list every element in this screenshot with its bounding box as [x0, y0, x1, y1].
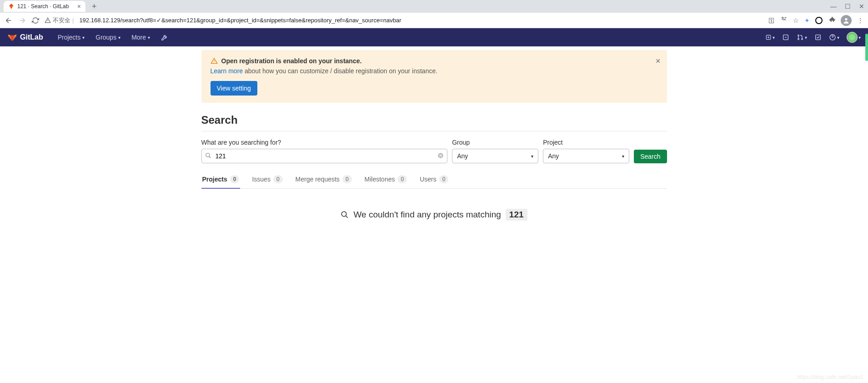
chevron-down-icon: ▾ — [82, 35, 85, 40]
count-badge: 0 — [273, 175, 283, 183]
svg-point-8 — [206, 153, 209, 156]
url-text[interactable]: 192.168.12.129/search?utf8=✓&search=121&… — [79, 17, 763, 24]
project-select[interactable]: Any ▾ — [543, 149, 629, 163]
search-icon — [205, 152, 211, 160]
close-tab-icon[interactable]: × — [77, 3, 81, 10]
svg-point-0 — [845, 18, 847, 20]
new-tab-button[interactable]: + — [89, 2, 100, 11]
extensions-menu-icon[interactable] — [828, 16, 835, 25]
svg-point-3 — [798, 35, 799, 36]
warning-triangle-icon — [211, 57, 218, 65]
group-label: Group — [452, 139, 538, 146]
forward-button[interactable] — [18, 16, 26, 25]
tab-users[interactable]: Users0 — [419, 171, 449, 189]
page-title: Search — [201, 114, 667, 126]
extension-icon-2[interactable] — [815, 17, 823, 24]
browser-tab-title: 121 · Search · GitLab — [17, 3, 75, 10]
learn-more-link[interactable]: Learn more — [211, 67, 243, 75]
main-content: × Open registration is enabled on your i… — [201, 50, 667, 221]
nav-more[interactable]: More▾ — [126, 28, 156, 46]
search-label: What are you searching for? — [201, 139, 448, 146]
tab-issues[interactable]: Issues0 — [251, 171, 283, 189]
issues-icon[interactable] — [782, 34, 789, 41]
user-menu[interactable]: ▾ — [847, 32, 861, 43]
brand-text: GitLab — [20, 33, 43, 41]
result-tabs: Projects0 Issues0 Merge requests0 Milest… — [201, 171, 667, 189]
svg-point-4 — [798, 39, 799, 40]
chevron-down-icon: ▾ — [531, 154, 533, 159]
clear-input-icon[interactable] — [437, 152, 444, 160]
search-button[interactable]: Search — [634, 150, 667, 163]
warning-icon — [45, 17, 51, 24]
search-input[interactable] — [201, 149, 448, 163]
merge-requests-icon[interactable]: ▾ — [797, 34, 807, 41]
project-value: Any — [548, 152, 559, 160]
tab-projects[interactable]: Projects0 — [201, 171, 241, 189]
alert-body: Learn more about how you can customize /… — [211, 67, 658, 75]
gitlab-favicon — [8, 3, 15, 10]
search-form: What are you searching for? Group Any ▾ … — [201, 139, 667, 163]
reload-button[interactable] — [32, 17, 39, 24]
count-badge: 0 — [342, 175, 352, 183]
count-badge: 0 — [439, 175, 449, 183]
gitlab-tanuki-icon — [7, 32, 17, 42]
profile-avatar-icon[interactable] — [841, 15, 852, 26]
translate-icon[interactable] — [780, 16, 788, 25]
alert-close-button[interactable]: × — [656, 56, 661, 66]
wrench-icon — [161, 34, 168, 41]
close-window-button[interactable]: ✕ — [859, 3, 864, 10]
nav-groups[interactable]: Groups▾ — [90, 28, 126, 46]
address-bar: 不安全 | 192.168.12.129/search?utf8=✓&searc… — [0, 13, 868, 28]
minimize-button[interactable]: — — [830, 3, 837, 10]
chevron-down-icon: ▾ — [622, 154, 624, 159]
alert-title: Open registration is enabled on your ins… — [221, 57, 362, 65]
alert-body-text: about how you can customize / disable re… — [243, 67, 437, 75]
tab-merge-requests[interactable]: Merge requests0 — [295, 171, 353, 189]
nav-admin-wrench[interactable] — [156, 28, 174, 46]
window-controls: — ☐ ✕ — [830, 3, 864, 10]
browser-tab[interactable]: 121 · Search · GitLab × — [4, 1, 85, 12]
bookmark-star-icon[interactable]: ☆ — [793, 17, 799, 24]
gitlab-logo[interactable]: GitLab — [7, 32, 43, 42]
security-text: 不安全 — [53, 16, 70, 25]
registration-alert: × Open registration is enabled on your i… — [201, 50, 667, 103]
extension-icon-1[interactable]: ✦ — [804, 17, 810, 24]
scrollbar-thumb[interactable] — [865, 34, 868, 61]
back-button[interactable] — [5, 16, 13, 25]
chevron-down-icon: ▾ — [118, 35, 120, 40]
new-dropdown-icon[interactable]: ▾ — [765, 34, 775, 40]
project-label: Project — [543, 139, 629, 146]
count-badge: 0 — [230, 175, 240, 183]
no-results-text: We couldn't find any projects matching — [353, 210, 501, 220]
tab-milestones[interactable]: Milestones0 — [364, 171, 408, 189]
view-setting-button[interactable]: View setting — [211, 81, 257, 96]
security-indicator[interactable]: 不安全 | — [45, 16, 74, 25]
gitlab-top-nav: GitLab Projects▾ Groups▾ More▾ ▾ ▾ ▾ ▾ — [0, 28, 868, 46]
search-icon — [341, 211, 349, 219]
help-icon[interactable]: ▾ — [829, 34, 839, 41]
password-key-icon[interactable]: ⚿ — [768, 17, 775, 24]
browser-tab-strip: 121 · Search · GitLab × + — ☐ ✕ — [0, 0, 868, 13]
group-select[interactable]: Any ▾ — [452, 149, 538, 163]
group-value: Any — [457, 152, 468, 160]
count-badge: 0 — [397, 175, 407, 183]
chevron-down-icon: ▾ — [148, 35, 150, 40]
todos-icon[interactable] — [814, 34, 822, 41]
svg-rect-6 — [816, 35, 821, 40]
svg-point-5 — [802, 39, 803, 40]
divider — [201, 131, 667, 131]
nav-projects[interactable]: Projects▾ — [52, 28, 90, 46]
no-results-message: We couldn't find any projects matching 1… — [201, 209, 667, 221]
search-term-badge: 121 — [506, 209, 527, 221]
maximize-button[interactable]: ☐ — [845, 3, 851, 10]
chrome-menu-icon[interactable]: ⋮ — [857, 17, 863, 24]
user-avatar-icon — [847, 32, 858, 43]
